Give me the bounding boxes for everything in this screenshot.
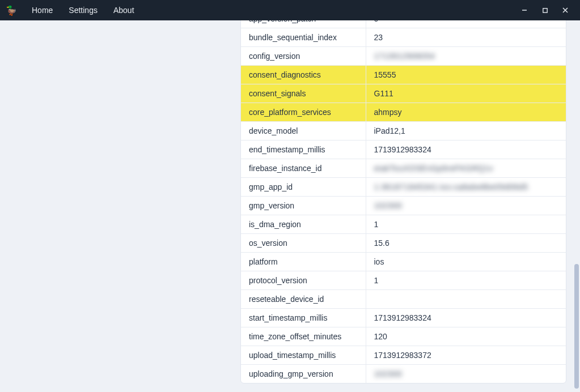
row-value: 120 [366,327,566,346]
row-key: consent_signals [241,84,366,103]
row-value: iPad12,1 [366,121,566,140]
row-value: 15555 [366,65,566,84]
row-key: firebase_instance_id [241,159,366,177]
table-row[interactable]: config_version1713912906054 [241,46,566,65]
row-key: os_version [241,233,366,252]
table-row[interactable]: consent_diagnostics15555 [241,65,566,84]
row-key: device_model [241,121,366,140]
close-icon [562,7,569,14]
row-value-text: 102300 [374,369,403,378]
row-key: end_timestamp_millis [241,140,366,159]
row-value: 102300 [366,364,566,383]
row-key: core_platform_services [241,103,366,121]
row-key: consent_diagnostics [241,65,366,84]
row-value: 1713912906054 [366,46,566,65]
row-value: 23 [366,28,566,46]
svg-rect-0 [543,8,547,12]
row-value-text: 1713912983324 [374,313,431,322]
row-key: bundle_sequential_index [241,28,366,46]
row-value: 102300 [366,196,566,215]
table-row[interactable]: gmp_app_id1:361871845341:ios:ca8abe8be09… [241,177,566,196]
table-row[interactable]: end_timestamp_millis1713912983324 [241,140,566,159]
table-row[interactable]: is_dma_region1 [241,215,566,233]
row-value-text: 1713912983324 [374,145,431,154]
table-row[interactable]: start_timestamp_millis1713912983324 [241,308,566,327]
table-row[interactable]: platformios [241,252,566,271]
row-value: G111 [366,84,566,103]
scrollbar-thumb[interactable] [574,264,579,389]
maximize-icon [542,7,548,14]
row-key: reseteable_device_id [241,289,366,308]
row-value-text: 0 [374,20,379,23]
row-value: 1 [366,215,566,233]
table-row[interactable]: core_platform_servicesahmpsy [241,103,566,121]
row-value: 15.6 [366,233,566,252]
titlebar-left: 🦆 Home Settings About [6,2,140,18]
titlebar: 🦆 Home Settings About [0,0,580,20]
row-key: time_zone_offset_minutes [241,327,366,346]
row-key: platform [241,252,366,271]
row-key: start_timestamp_millis [241,308,366,327]
row-value: 1:361871845341:ios:ca8abe8be09d06d5 [366,177,566,196]
row-value-text: 1 [374,220,379,229]
row-value: 1 [366,271,566,289]
table-row[interactable]: reseteable_device_id [241,289,566,308]
table-row[interactable]: app_version_patch0 [241,20,566,28]
row-value-text: iPad12,1 [374,126,405,135]
row-value-text: 15555 [374,70,396,79]
row-value: 1713912983324 [366,308,566,327]
row-value-text: 15.6 [374,238,390,248]
menu-home[interactable]: Home [26,2,58,18]
table-row[interactable]: firebase_instance_ideiakTouXOSEnGp9reFKG… [241,159,566,177]
row-value-text: ahmpsy [374,108,402,117]
row-value-text: G111 [374,89,393,98]
table-row[interactable]: gmp_version102300 [241,196,566,215]
table-row[interactable]: device_modeliPad12,1 [241,121,566,140]
row-key: uploading_gmp_version [241,364,366,383]
details-table: app_version_major4app_version_minor2app_… [241,20,566,383]
row-value-text: 102300 [374,201,403,210]
table-row[interactable]: protocol_version1 [241,271,566,289]
table-row[interactable]: bundle_sequential_index23 [241,28,566,46]
row-value: 0 [366,20,566,28]
minimize-icon [521,7,528,14]
row-value-text: 120 [374,332,387,341]
row-value-text: 23 [374,33,383,42]
table-row[interactable]: os_version15.6 [241,233,566,252]
row-value-text: 1713912983372 [374,351,431,360]
menu-about[interactable]: About [108,2,140,18]
row-key: protocol_version [241,271,366,289]
app-menu: Home Settings About [26,2,140,18]
row-value: 1713912983372 [366,346,566,364]
row-value: eiakTouXOSEnGp9reFKGRQ1v [366,159,566,177]
scroll-content: app_version_major4app_version_minor2app_… [0,20,580,392]
table-row[interactable]: time_zone_offset_minutes120 [241,327,566,346]
row-value: 1713912983324 [366,140,566,159]
window-minimize-button[interactable] [515,2,534,18]
row-key: upload_timestamp_millis [241,346,366,364]
row-value: ios [366,252,566,271]
row-value-text: 1:361871845341:ios:ca8abe8be09d06d5 [374,182,528,191]
app-logo-icon: 🦆 [6,5,17,16]
table-row[interactable]: upload_timestamp_millis1713912983372 [241,346,566,364]
details-card-wrap: app_version_major4app_version_minor2app_… [240,20,566,384]
row-value: ahmpsy [366,103,566,121]
details-card: app_version_major4app_version_minor2app_… [240,20,566,384]
row-value-text: ios [374,257,384,266]
menu-settings[interactable]: Settings [63,2,103,18]
row-key: is_dma_region [241,215,366,233]
window-close-button[interactable] [556,2,574,18]
row-value-text: 1 [374,276,379,285]
row-value-text: eiakTouXOSEnGp9reFKGRQ1v [374,164,493,173]
window-controls [515,2,574,18]
row-value [366,289,566,308]
row-key: app_version_patch [241,20,366,28]
row-key: gmp_app_id [241,177,366,196]
table-row[interactable]: uploading_gmp_version102300 [241,364,566,383]
row-value-text: 1713912906054 [374,52,435,61]
window-maximize-button[interactable] [536,2,554,18]
row-key: config_version [241,46,366,65]
table-row[interactable]: consent_signalsG111 [241,84,566,103]
row-key: gmp_version [241,196,366,215]
content-viewport: app_version_major4app_version_minor2app_… [0,20,580,392]
